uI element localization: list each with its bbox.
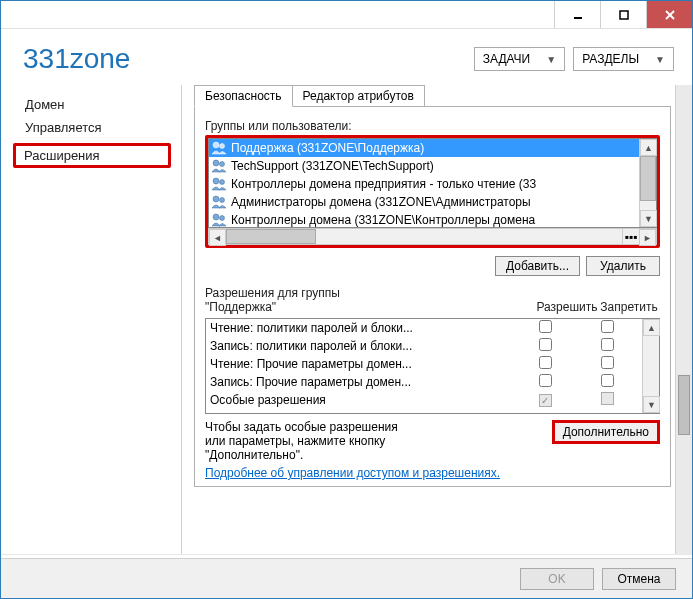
cancel-button[interactable]: Отмена	[602, 568, 676, 590]
permissions-header: Разрешения для группы "Поддержка" Разреш…	[205, 282, 660, 318]
group-label: Контроллеры домена предприятия - только …	[231, 177, 536, 191]
permission-row: Запись: политики паролей и блоки...	[206, 337, 642, 355]
permission-row: Чтение: политики паролей и блоки...	[206, 319, 642, 337]
svg-point-11	[220, 198, 225, 203]
scroll-track[interactable]	[676, 85, 692, 554]
sidebar: Домен Управляется Расширения	[1, 85, 181, 554]
scroll-thumb[interactable]	[226, 229, 316, 244]
group-item[interactable]: Контроллеры домена предприятия - только …	[209, 175, 639, 193]
permission-row: Особые разрешения ✓	[206, 391, 642, 409]
group-item[interactable]: Поддержка (331ZONE\Поддержка)	[209, 139, 639, 157]
svg-point-9	[220, 180, 225, 185]
deny-checkbox[interactable]	[601, 320, 614, 333]
header: 331zone ЗАДАЧИ ▼ РАЗДЕЛЫ ▼	[1, 29, 692, 85]
allow-checkbox-disabled: ✓	[539, 394, 552, 407]
scroll-right-icon[interactable]: ►	[639, 229, 656, 246]
svg-point-6	[213, 160, 219, 166]
permissions-for-label: Разрешения для группы "Поддержка"	[205, 286, 340, 314]
remove-button[interactable]: Удалить	[586, 256, 660, 276]
svg-point-4	[213, 142, 219, 148]
perm-label-line1: Разрешения для группы	[205, 286, 340, 300]
scroll-track[interactable]	[643, 336, 659, 396]
sidebar-item-managed[interactable]: Управляется	[1, 116, 181, 139]
group-item[interactable]: TechSupport (331ZONE\TechSupport)	[209, 157, 639, 175]
groups-vscroll[interactable]: ▲ ▼	[639, 139, 656, 227]
tab-row: Безопасность Редактор атрибутов	[194, 85, 671, 107]
group-item[interactable]: Контроллеры домена (331ZONE\Контроллеры …	[209, 211, 639, 227]
vertical-divider	[181, 85, 182, 554]
svg-point-7	[220, 162, 225, 167]
people-icon	[211, 158, 227, 174]
learn-more-row: Подробнее об управлении доступом и разре…	[205, 462, 660, 480]
security-panel: Группы или пользователи: Поддержка (331Z…	[194, 106, 671, 487]
groups-items: Поддержка (331ZONE\Поддержка) TechSuppor…	[209, 139, 639, 227]
groups-hscroll[interactable]: ◄ ▪▪▪ ►	[208, 228, 657, 245]
advanced-hint: Чтобы задать особые разрешения или парам…	[205, 420, 415, 462]
groups-label: Группы или пользователи:	[205, 117, 660, 135]
sidebar-item-domain[interactable]: Домен	[1, 93, 181, 116]
perm-label-line2: "Поддержка"	[205, 300, 340, 314]
permissions-rows: Чтение: политики паролей и блоки... Запи…	[206, 319, 642, 413]
deny-checkbox[interactable]	[601, 356, 614, 369]
scroll-up-icon[interactable]: ▲	[640, 139, 657, 156]
perm-vscroll[interactable]: ▲ ▼	[642, 319, 659, 413]
svg-point-10	[213, 196, 219, 202]
svg-point-5	[220, 144, 225, 149]
people-icon	[211, 176, 227, 192]
footer: OK Отмена	[1, 558, 692, 598]
advanced-button[interactable]: Дополнительно	[552, 420, 660, 444]
scroll-up-icon[interactable]: ▲	[643, 319, 660, 336]
allow-column-header: Разрешить	[536, 300, 598, 314]
group-buttons: Добавить... Удалить	[205, 248, 660, 282]
sidebar-item-extensions[interactable]: Расширения	[13, 143, 171, 168]
header-actions: ЗАДАЧИ ▼ РАЗДЕЛЫ ▼	[474, 47, 674, 71]
deny-checkbox-disabled	[601, 392, 614, 405]
scroll-track[interactable]	[640, 156, 656, 210]
caret-down-icon: ▼	[546, 54, 556, 65]
allow-checkbox[interactable]	[539, 374, 552, 387]
groups-highlight: Поддержка (331ZONE\Поддержка) TechSuppor…	[205, 135, 660, 248]
permission-name: Запись: Прочие параметры домен...	[210, 375, 514, 389]
learn-more-link[interactable]: Подробнее об управлении доступом и разре…	[205, 466, 500, 480]
close-button[interactable]	[646, 1, 692, 28]
page-title: 331zone	[23, 43, 130, 75]
scroll-down-icon[interactable]: ▼	[643, 396, 660, 413]
permission-name: Особые разрешения	[210, 393, 514, 407]
maximize-button[interactable]	[600, 1, 646, 28]
scroll-left-icon[interactable]: ◄	[209, 229, 226, 246]
groups-listbox[interactable]: Поддержка (331ZONE\Поддержка) TechSuppor…	[208, 138, 657, 228]
body: Домен Управляется Расширения Безопасност…	[1, 85, 692, 554]
ok-button[interactable]: OK	[520, 568, 594, 590]
group-label: TechSupport (331ZONE\TechSupport)	[231, 159, 434, 173]
svg-rect-1	[620, 11, 628, 19]
sections-dropdown[interactable]: РАЗДЕЛЫ ▼	[573, 47, 674, 71]
permissions-listbox[interactable]: Чтение: политики паролей и блоки... Запи…	[205, 318, 660, 414]
scroll-grip-icon: ▪▪▪	[622, 229, 639, 244]
scroll-thumb[interactable]	[678, 375, 690, 435]
svg-point-12	[213, 214, 219, 220]
allow-checkbox[interactable]	[539, 356, 552, 369]
tasks-dropdown[interactable]: ЗАДАЧИ ▼	[474, 47, 565, 71]
page-vscroll[interactable]	[675, 85, 692, 554]
people-icon	[211, 194, 227, 210]
tab-security[interactable]: Безопасность	[194, 85, 293, 107]
allow-checkbox[interactable]	[539, 320, 552, 333]
permission-row: Запись: Прочие параметры домен...	[206, 373, 642, 391]
scroll-thumb[interactable]	[640, 156, 656, 201]
deny-checkbox[interactable]	[601, 338, 614, 351]
group-item[interactable]: Администраторы домена (331ZONE\Администр…	[209, 193, 639, 211]
allow-checkbox[interactable]	[539, 338, 552, 351]
add-button[interactable]: Добавить...	[495, 256, 580, 276]
permission-name: Чтение: Прочие параметры домен...	[210, 357, 514, 371]
deny-checkbox[interactable]	[601, 374, 614, 387]
dialog-window: 331zone ЗАДАЧИ ▼ РАЗДЕЛЫ ▼ Домен Управля…	[0, 0, 693, 599]
tab-attribute-editor[interactable]: Редактор атрибутов	[292, 85, 425, 107]
permission-name: Чтение: политики паролей и блоки...	[210, 321, 514, 335]
people-icon	[211, 140, 227, 156]
svg-point-8	[213, 178, 219, 184]
people-icon	[211, 212, 227, 227]
deny-column-header: Запретить	[598, 300, 660, 314]
scroll-track[interactable]	[226, 229, 622, 244]
minimize-button[interactable]	[554, 1, 600, 28]
scroll-down-icon[interactable]: ▼	[640, 210, 657, 227]
